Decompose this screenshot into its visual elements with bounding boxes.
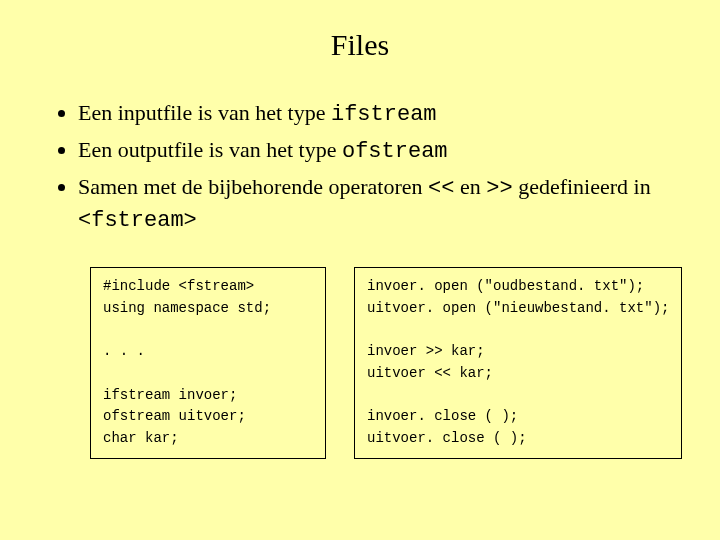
bullet-text: Een outputfile is van het type xyxy=(78,137,342,162)
bullet-item: Een outputfile is van het type ofstream xyxy=(78,135,670,168)
bullet-text: gedefinieerd in xyxy=(513,174,651,199)
bullet-code: <fstream> xyxy=(78,208,197,233)
bullet-text: Samen met de bijbehorende operatoren xyxy=(78,174,428,199)
code-row: #include <fstream> using namespace std; … xyxy=(50,267,670,459)
bullet-list: Een inputfile is van het type ifstream E… xyxy=(50,98,670,237)
slide-title: Files xyxy=(50,28,670,62)
code-box-left: #include <fstream> using namespace std; … xyxy=(90,267,326,459)
bullet-code: << xyxy=(428,176,454,201)
code-box-right: invoer. open ("oudbestand. txt"); uitvoe… xyxy=(354,267,682,459)
bullet-code: ofstream xyxy=(342,139,448,164)
bullet-code: ifstream xyxy=(331,102,437,127)
bullet-item: Samen met de bijbehorende operatoren << … xyxy=(78,172,670,238)
bullet-code: >> xyxy=(486,176,512,201)
bullet-text: Een inputfile is van het type xyxy=(78,100,331,125)
bullet-text: en xyxy=(454,174,486,199)
bullet-item: Een inputfile is van het type ifstream xyxy=(78,98,670,131)
slide: Files Een inputfile is van het type ifst… xyxy=(0,0,720,540)
